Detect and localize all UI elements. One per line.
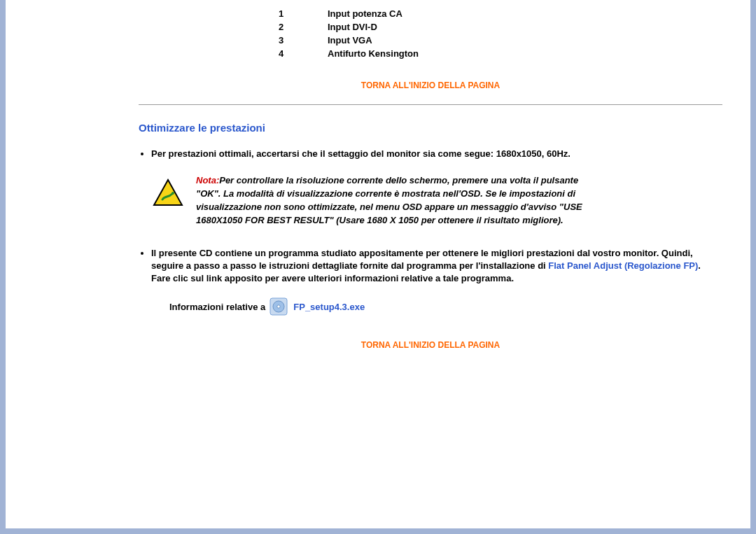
warning-icon bbox=[153, 178, 183, 206]
flat-panel-adjust-link[interactable]: Flat Panel Adjust (Regolazione FP) bbox=[548, 260, 698, 271]
table-row: 2 Input DVI-D bbox=[279, 20, 419, 34]
list-item: Per prestazioni ottimali, accertarsi che… bbox=[151, 148, 708, 160]
fp-setup-file-link[interactable]: FP_setup4.3.exe bbox=[293, 302, 365, 312]
port-number: 3 bbox=[279, 34, 328, 47]
port-label: Input DVI-D bbox=[328, 20, 419, 34]
port-number: 1 bbox=[279, 7, 328, 20]
bullet-list: Per prestazioni ottimali, accertarsi che… bbox=[151, 148, 708, 160]
file-info-row: Informazioni relative a FP_setup4.3.exe bbox=[169, 297, 722, 316]
content-area: 1 Input potenza CA 2 Input DVI-D 3 Input… bbox=[6, 0, 750, 385]
svg-point-1 bbox=[172, 192, 174, 195]
table-row: 3 Input VGA bbox=[279, 34, 419, 47]
svg-point-4 bbox=[277, 305, 280, 308]
back-to-top-wrapper: TORNA ALL'INIZIO DELLA PAGINA bbox=[139, 339, 722, 350]
note-text: Nota:Per controllare la risoluzione corr… bbox=[196, 174, 588, 227]
port-label: Input potenza CA bbox=[328, 7, 419, 20]
port-label: Input VGA bbox=[328, 34, 419, 47]
note-label: Nota: bbox=[196, 175, 219, 185]
port-number: 2 bbox=[279, 20, 328, 34]
note-body: Per controllare la risoluzione corrente … bbox=[196, 175, 582, 225]
table-row: 1 Input potenza CA bbox=[279, 7, 419, 20]
back-to-top-link[interactable]: TORNA ALL'INIZIO DELLA PAGINA bbox=[361, 340, 500, 350]
table-row: 4 Antifurto Kensington bbox=[279, 47, 419, 60]
section-heading: Ottimizzare le prestazioni bbox=[139, 122, 722, 134]
back-to-top-link[interactable]: TORNA ALL'INIZIO DELLA PAGINA bbox=[361, 80, 500, 90]
page-frame: 1 Input potenza CA 2 Input DVI-D 3 Input… bbox=[0, 0, 756, 534]
cd-icon bbox=[270, 297, 288, 316]
info-prefix: Informazioni relative a bbox=[169, 302, 265, 312]
port-label: Antifurto Kensington bbox=[328, 47, 419, 60]
note-block: Nota:Per controllare la risoluzione corr… bbox=[153, 174, 722, 227]
bullet-list: Il presente CD contiene un programma stu… bbox=[151, 247, 708, 286]
svg-marker-0 bbox=[154, 180, 182, 205]
back-to-top-wrapper: TORNA ALL'INIZIO DELLA PAGINA bbox=[139, 80, 722, 90]
divider bbox=[139, 104, 722, 105]
port-number: 4 bbox=[279, 47, 328, 60]
list-item: Il presente CD contiene un programma stu… bbox=[151, 247, 708, 286]
port-list-table: 1 Input potenza CA 2 Input DVI-D 3 Input… bbox=[279, 7, 419, 60]
